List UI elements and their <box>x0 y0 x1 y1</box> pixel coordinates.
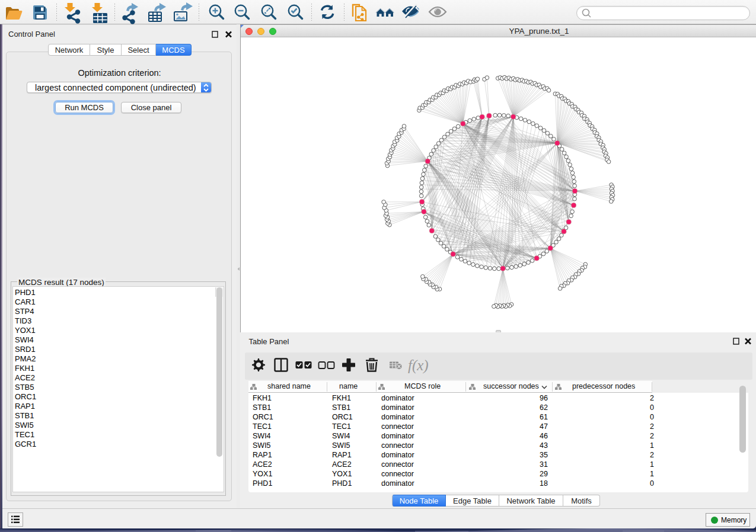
svg-text:f(x): f(x) <box>408 357 429 374</box>
